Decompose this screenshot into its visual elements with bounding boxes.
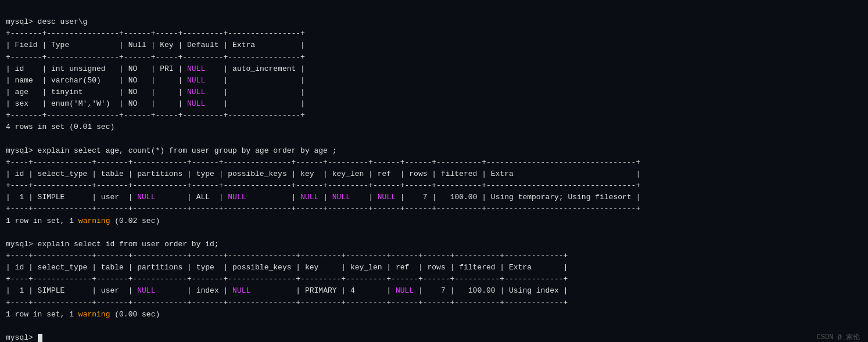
line-2: +-------+----------------+------+-----+-… [6,29,305,120]
line-warn1: 1 row in set, 1 warning (0.02 sec) [6,217,160,225]
null-keylen1: NULL [332,193,350,201]
cursor [38,334,42,342]
line-prompt3: mysql> explain select id from user order… [6,240,568,307]
null-id: NULL [187,64,205,73]
prompt-1: mysql> desc user\g [6,17,87,26]
null-ref1: NULL [378,193,396,201]
null-keys1: NULL [228,193,246,201]
prompt-4: mysql> [6,333,38,342]
terminal-window: mysql> desc user\g +-------+------------… [0,0,868,342]
prompt-2: mysql> explain select age, count(*) from… [6,146,337,155]
line-prompt4: mysql> [6,333,42,342]
null-sex: NULL [187,99,205,108]
null-age: NULL [187,88,205,96]
null-key1: NULL [300,193,318,201]
line-warn2: 1 row in set, 1 warning (0.00 sec) [6,310,160,319]
null-part2: NULL [137,286,155,295]
warning-2: warning [78,310,110,319]
null-part1: NULL [137,193,155,201]
line-result1: 4 rows in set (0.01 sec) [6,123,114,131]
null-ref2: NULL [396,286,414,295]
watermark: CSDN @_索伦 [817,332,860,342]
warning-1: warning [78,217,110,225]
null-name: NULL [187,76,205,85]
line-1: mysql> desc user\g [6,17,87,26]
null-keys2: NULL [232,286,250,295]
line-prompt2: mysql> explain select age, count(*) from… [6,146,640,214]
prompt-3: mysql> explain select id from user order… [6,240,219,249]
